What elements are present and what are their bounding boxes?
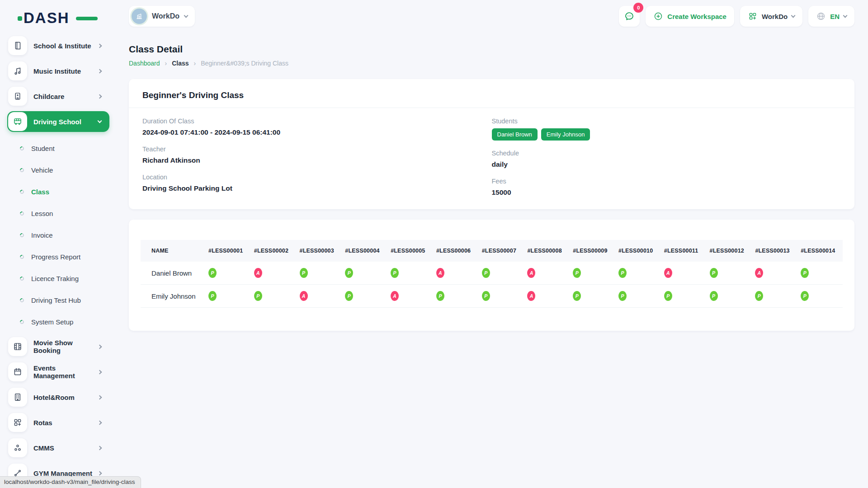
breadcrumb: Dashboard›Class›Beginner&#039;s Driving … [129, 60, 854, 67]
absent-badge: A [436, 268, 444, 278]
sidebar-subitem-lesson[interactable]: Lesson [7, 202, 118, 224]
attendance-cell: P [296, 262, 342, 285]
field-value: Driving School Parking Lot [142, 184, 492, 192]
sidebar-subitem-label: Vehicle [31, 166, 53, 174]
student-name-cell: Daniel Brown [141, 262, 205, 285]
attendance-cell: P [615, 262, 660, 285]
sidebar-item-hotel-room[interactable]: Hotel&Room [7, 387, 109, 408]
field-duration-of-class: Duration Of Class2024-09-01 07:41:00 - 2… [142, 117, 492, 136]
column-header-less00008: #LESS00008 [524, 240, 569, 262]
status-bar-url: localhost/workdo-dash-v3/main_file/drivi… [0, 476, 141, 488]
chevron-down-icon [98, 118, 102, 123]
sidebar-subitem-label: Lesson [31, 210, 53, 217]
sidebar-subitem-label: Driving Test Hub [31, 296, 81, 304]
sidebar-item-childcare[interactable]: Childcare [7, 86, 109, 107]
sidebar-subitem-invoice[interactable]: Invoice [7, 224, 118, 246]
sidebar-item-music-institute[interactable]: Music Institute [7, 61, 109, 81]
field-label: Location [142, 174, 492, 181]
sidebar-item-label: School & Institute [33, 42, 98, 50]
breadcrumb-item-dashboard[interactable]: Dashboard [129, 60, 160, 67]
plus-circle-icon [653, 11, 663, 21]
bullet-icon [19, 319, 25, 325]
breadcrumb-item-class[interactable]: Class [172, 60, 189, 67]
present-badge: P [345, 268, 353, 278]
sidebar-item-label: Childcare [33, 93, 98, 100]
class-detail-right-column: StudentsDaniel BrownEmily JohnsonSchedul… [492, 117, 841, 206]
messages-button[interactable]: 0 [619, 6, 640, 27]
topbar-actions: 0 Create Workspace WorkDo EN [619, 6, 854, 27]
table-row-emily-johnson: Emily JohnsonPPAPAPPAPPPPPP [141, 285, 843, 308]
sidebar-item-rotas[interactable]: Rotas [7, 412, 109, 433]
chat-bubble-icon [623, 10, 635, 22]
page-title: Class Detail [129, 44, 854, 55]
present-badge: P [345, 291, 353, 301]
sidebar-subitem-label: System Setup [31, 318, 73, 326]
breadcrumb-separator-icon: › [194, 60, 196, 67]
logo-dash-icon [18, 16, 22, 21]
sidebar-item-label: Rotas [33, 419, 98, 427]
sidebar-item-movie-show-booking[interactable]: Movie Show Booking [7, 336, 109, 357]
workspace-selector[interactable]: WorkDo [129, 6, 195, 27]
column-header-less00005: #LESS00005 [387, 240, 433, 262]
sidebar-subitem-system-setup[interactable]: System Setup [7, 311, 118, 333]
absent-badge: A [391, 291, 399, 301]
attendance-cell: P [660, 285, 706, 308]
breadcrumb-separator-icon: › [165, 60, 167, 67]
bullet-icon [19, 254, 25, 260]
attendance-cell: P [341, 262, 387, 285]
attendance-cell: P [341, 285, 387, 308]
attendance-cell: P [751, 285, 797, 308]
class-detail-card: Beginner's Driving Class Duration Of Cla… [129, 79, 854, 209]
bullet-icon [19, 276, 25, 282]
workdo-menu-button[interactable]: WorkDo [740, 6, 802, 27]
sidebar-item-cmms[interactable]: CMMS [7, 437, 109, 458]
present-badge: P [254, 291, 262, 301]
sidebar-subitem-class[interactable]: Class [7, 181, 118, 202]
language-label: EN [830, 13, 840, 20]
logo[interactable]: DASH [24, 8, 91, 28]
attendance-cell: A [524, 262, 569, 285]
attendance-cell: P [797, 262, 843, 285]
sidebar-item-events-management[interactable]: Events Management [7, 361, 109, 382]
sidebar-subitem-progress-report[interactable]: Progress Report [7, 246, 118, 267]
sidebar-subitem-label: Progress Report [31, 253, 80, 261]
sidebar-item-school-institute[interactable]: School & Institute [7, 35, 109, 56]
grid-plus-icon [8, 413, 27, 432]
sidebar-subitem-label: Licence Traking [31, 275, 79, 282]
attendance-cell: A [660, 262, 706, 285]
sidebar-submenu: StudentVehicleClassLessonInvoiceProgress… [7, 136, 118, 336]
attendance-cell: A [250, 262, 296, 285]
language-selector[interactable]: EN [808, 6, 854, 27]
attendance-cell: A [524, 285, 569, 308]
column-header-less00003: #LESS00003 [296, 240, 342, 262]
field-label: Teacher [142, 145, 492, 153]
sidebar-subitem-student[interactable]: Student [7, 137, 118, 159]
bullet-icon [19, 167, 25, 173]
bus-icon [8, 112, 27, 131]
create-workspace-button[interactable]: Create Workspace [646, 6, 734, 27]
chevron-right-icon [98, 69, 102, 73]
bullet-icon [19, 145, 25, 151]
logo-text: DASH [24, 9, 70, 27]
sidebar-subitem-vehicle[interactable]: Vehicle [7, 159, 118, 181]
present-badge: P [710, 291, 718, 301]
building-icon [132, 9, 147, 24]
student-badges: Daniel BrownEmily Johnson [492, 128, 841, 141]
sidebar-subitem-driving-test-hub[interactable]: Driving Test Hub [7, 289, 118, 311]
column-header-name: NAME [141, 240, 205, 262]
attendance-cell: P [797, 285, 843, 308]
sidebar-item-label: Movie Show Booking [33, 339, 98, 354]
field-label: Fees [492, 178, 841, 185]
present-badge: P [436, 291, 444, 301]
sidebar-item-label: Events Management [33, 364, 98, 380]
sidebar-item-label: Hotel&Room [33, 394, 98, 401]
sidebar-item-label: Music Institute [33, 67, 98, 75]
sidebar-subitem-licence-traking[interactable]: Licence Traking [7, 267, 118, 289]
create-workspace-label: Create Workspace [667, 13, 726, 20]
bullet-icon [19, 232, 25, 238]
logo-green-bar-icon [76, 17, 98, 20]
globe-icon [816, 11, 826, 21]
sidebar-item-driving-school[interactable]: Driving School [7, 111, 109, 132]
attendance-cell: P [250, 285, 296, 308]
present-badge: P [618, 291, 627, 301]
